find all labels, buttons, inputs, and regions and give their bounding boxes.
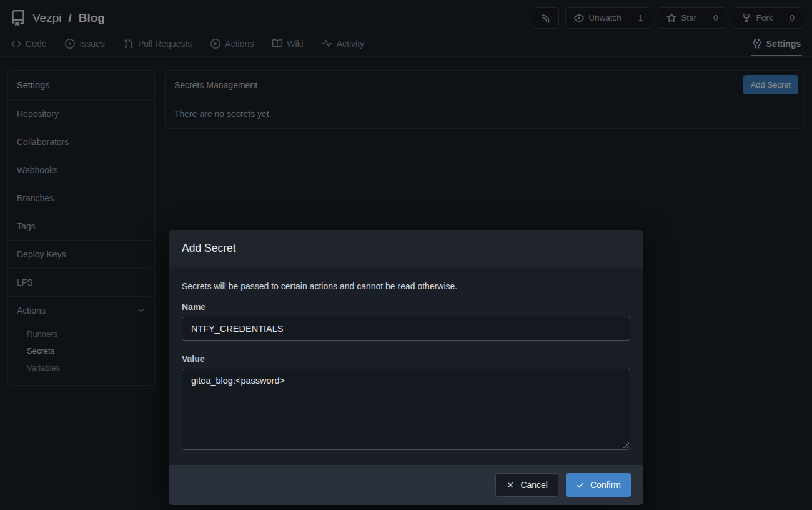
- secret-value-wrapper: gitea_blog:<password>: [182, 369, 630, 450]
- name-field-label: Name: [182, 302, 630, 312]
- confirm-button[interactable]: Confirm: [566, 473, 631, 497]
- modal-description: Secrets will be passed to certain action…: [182, 281, 630, 291]
- modal-footer: Cancel Confirm: [169, 465, 643, 505]
- secret-value-textarea[interactable]: gitea_blog:<password>: [182, 369, 630, 450]
- cancel-button-label: Cancel: [520, 480, 548, 490]
- check-icon: [576, 481, 585, 489]
- modal-title: Add Secret: [169, 230, 643, 268]
- cancel-button[interactable]: Cancel: [495, 473, 558, 497]
- add-secret-modal: Add Secret Secrets will be passed to cer…: [169, 230, 643, 505]
- close-icon: [506, 481, 515, 489]
- confirm-button-label: Confirm: [590, 480, 621, 490]
- secret-name-input[interactable]: [182, 317, 630, 341]
- value-field-label: Value: [182, 354, 630, 364]
- modal-body: Secrets will be passed to certain action…: [169, 268, 643, 465]
